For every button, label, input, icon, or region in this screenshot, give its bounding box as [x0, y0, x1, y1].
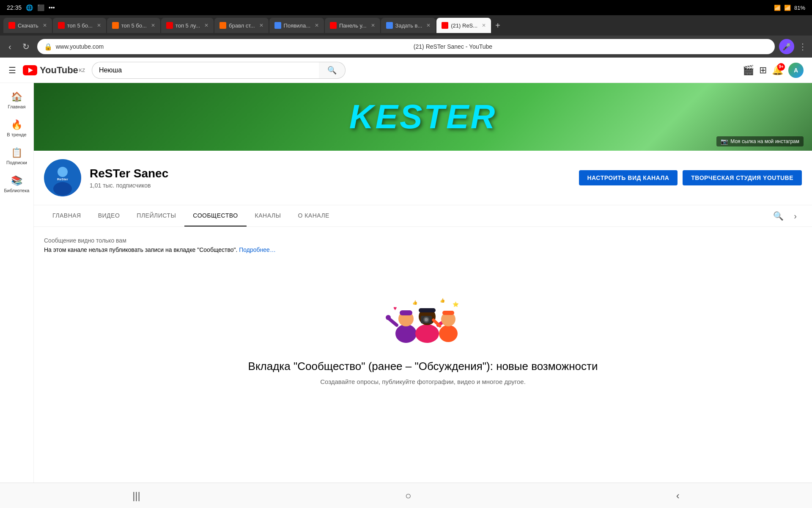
community-subtitle: Создавайте опросы, публикуйте фотографии…	[320, 378, 526, 385]
tab-close-4[interactable]: ✕	[204, 22, 208, 28]
tab-search-icon[interactable]: 🔍	[768, 206, 789, 226]
tab-favicon-5	[219, 22, 226, 29]
tab-label-8: Задать в...	[395, 22, 422, 29]
search-input[interactable]	[92, 62, 319, 79]
tab-next-arrow[interactable]: ›	[789, 206, 802, 226]
apps-button[interactable]: ⊞	[759, 65, 767, 76]
tab-label-3: топ 5 бо...	[121, 22, 147, 29]
tab-favicon-1	[8, 22, 15, 29]
tab-close-7[interactable]: ✕	[371, 22, 375, 28]
address-title: (21) ReSTer Sanec - YouTube	[414, 43, 768, 50]
sidebar-label-library: Библиотека	[4, 188, 30, 193]
hamburger-menu[interactable]: ☰	[8, 65, 16, 75]
tab-7[interactable]: Панель у... ✕	[325, 18, 380, 33]
tab-label-4: топ 5 лу...	[176, 22, 200, 29]
tab-6[interactable]: Появила... ✕	[269, 18, 324, 33]
avatar[interactable]: A	[788, 63, 804, 78]
browser-menu-button[interactable]: ⋮	[798, 41, 807, 52]
svg-line-9	[389, 319, 397, 325]
yt-logo-kz: KZ	[79, 68, 85, 73]
tab-close-5[interactable]: ✕	[259, 22, 263, 28]
tab-1[interactable]: Скачать ✕	[3, 18, 52, 33]
tab-2[interactable]: топ 5 бо... ✕	[53, 18, 106, 33]
sidebar-label-home: Главная	[8, 104, 26, 109]
tab-close-6[interactable]: ✕	[315, 22, 319, 28]
tab-close-8[interactable]: ✕	[426, 22, 431, 28]
sidebar-item-subscriptions[interactable]: 📋 Подписки	[2, 142, 32, 170]
banner-text: KESTER	[349, 97, 497, 136]
tab-favicon-8	[386, 22, 393, 29]
tab-label-7: Панель у...	[339, 22, 367, 29]
upload-button[interactable]: 🎬	[743, 65, 754, 76]
sidebar-item-trending[interactable]: 🔥 В тренде	[2, 114, 32, 142]
tab-about[interactable]: О КАНАЛЕ	[289, 205, 338, 226]
browser-icon: 🌐	[26, 4, 33, 11]
tab-label-1: Скачать	[18, 22, 38, 29]
mic-button[interactable]: 🎤	[779, 39, 794, 54]
tab-label-9: (21) ReS...	[451, 22, 477, 29]
search-bar[interactable]: 🔍	[92, 62, 346, 79]
tab-9[interactable]: (21) ReS... ✕	[436, 18, 491, 33]
channel-avatar: ReSter	[44, 159, 81, 196]
svg-rect-8	[400, 310, 412, 315]
notice-link[interactable]: Подробнее…	[239, 246, 276, 253]
notice-main-text: На этом канале нельзя публиковать записи…	[44, 246, 802, 253]
tab-label-2: топ 5 бо...	[67, 22, 93, 29]
tab-3[interactable]: топ 5 бо... ✕	[107, 18, 160, 33]
android-nav-bar: ||| ○ ‹	[0, 483, 812, 508]
new-tab-button[interactable]: +	[492, 21, 504, 30]
android-home-button[interactable]: ○	[392, 486, 425, 505]
svg-text:ReSter: ReSter	[57, 177, 68, 181]
tab-close-3[interactable]: ✕	[151, 22, 155, 28]
tab-5[interactable]: бравл ст... ✕	[214, 18, 269, 33]
tab-4[interactable]: топ 5 лу... ✕	[161, 18, 214, 33]
tab-favicon-4	[166, 22, 173, 29]
tab-channels[interactable]: КАНАЛЫ	[247, 205, 290, 226]
more-icon: •••	[49, 4, 55, 11]
avatar-illustration: ReSter	[44, 159, 81, 196]
svg-text:♥: ♥	[393, 305, 397, 312]
battery: 81%	[794, 5, 805, 11]
back-button[interactable]: ‹	[5, 40, 15, 53]
sidebar-item-home[interactable]: 🏠 Главная	[2, 86, 32, 114]
refresh-button[interactable]: ↻	[19, 40, 33, 53]
tab-close-1[interactable]: ✕	[43, 22, 47, 28]
android-menu-button[interactable]: |||	[119, 486, 154, 505]
svg-point-10	[386, 315, 391, 320]
tab-video[interactable]: ВИДЕО	[90, 205, 129, 226]
channel-tabs: ГЛАВНАЯ ВИДЕО ПЛЕЙЛИСТЫ СООБЩЕСТВО КАНАЛ…	[34, 205, 812, 227]
tab-community[interactable]: СООБЩЕСТВО	[184, 205, 246, 226]
header-actions: 🎬 ⊞ 🔔 9+ A	[743, 63, 804, 78]
address-bar[interactable]: 🔒 www.youtube.com (21) ReSTer Sanec - Yo…	[37, 39, 775, 54]
notification-badge: 9+	[777, 63, 785, 71]
notifications-button[interactable]: 🔔 9+	[772, 65, 783, 76]
sidebar-item-library[interactable]: 📚 Библиотека	[2, 170, 32, 198]
customize-channel-button[interactable]: НАСТРОИТЬ ВИД КАНАЛА	[579, 170, 678, 185]
yt-app-body: 🏠 Главная 🔥 В тренде 📋 Подписки 📚 Библио…	[0, 83, 812, 483]
status-bar: 22:35 🌐 ⬛ ••• 📶 📶 81%	[0, 0, 812, 15]
tab-playlists[interactable]: ПЛЕЙЛИСТЫ	[128, 205, 184, 226]
sidebar-label-trending: В тренде	[7, 132, 26, 137]
svg-point-6	[395, 324, 417, 343]
yt-main: KESTER 📷 Моя сылка на мой инстаграм ReSt…	[34, 83, 812, 483]
svg-point-16	[425, 318, 428, 321]
svg-text:👍: 👍	[440, 298, 445, 303]
secure-icon: 🔒	[44, 43, 52, 51]
nav-bar: ‹ ↻ 🔒 www.youtube.com (21) ReSTer Sanec …	[0, 36, 812, 58]
tab-label-5: бравл ст...	[229, 22, 255, 29]
tab-main[interactable]: ГЛАВНАЯ	[44, 205, 90, 226]
address-domain: www.youtube.com	[56, 43, 410, 50]
channel-name: ReSTer Sanec	[90, 167, 571, 180]
banner-instagram[interactable]: 📷 Моя сылка на мой инстаграм	[716, 136, 804, 146]
tab-close-9[interactable]: ✕	[482, 22, 486, 28]
android-back-button[interactable]: ‹	[663, 486, 693, 505]
channel-banner: KESTER 📷 Моя сылка на мой инстаграм	[34, 83, 812, 151]
time: 22:35	[7, 4, 22, 11]
signal-icon: 📶	[784, 5, 791, 11]
tab-close-2[interactable]: ✕	[97, 22, 101, 28]
tab-8[interactable]: Задать в... ✕	[381, 18, 436, 33]
search-button[interactable]: 🔍	[319, 62, 346, 79]
studio-button[interactable]: ТВОРЧЕСКАЯ СТУДИЯ YOUTUBE	[683, 170, 802, 185]
subscriptions-icon: 📋	[11, 147, 22, 158]
tab-favicon-6	[274, 22, 281, 29]
